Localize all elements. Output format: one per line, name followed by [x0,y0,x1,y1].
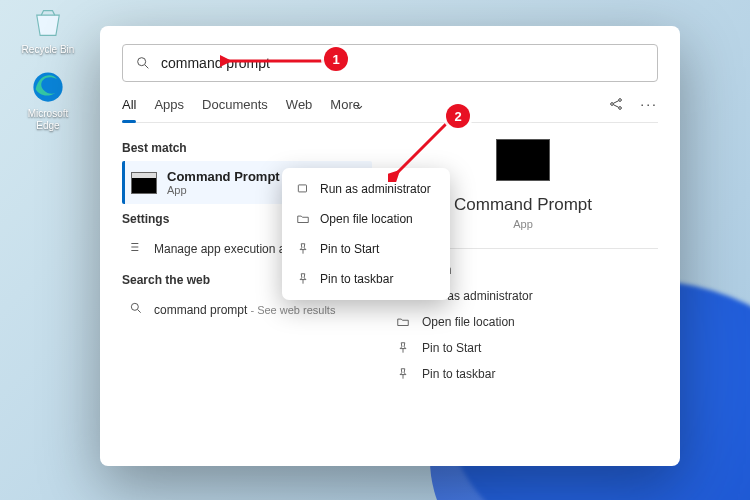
annotation-step-2: 2 [446,104,470,128]
search-bar[interactable] [122,44,658,82]
preview-subtitle: App [513,218,533,230]
settings-list-icon [128,240,144,257]
web-result-title: command prompt [154,303,247,317]
pin-icon [296,242,310,256]
svg-rect-8 [298,185,306,192]
folder-icon [396,315,410,329]
action-open-location[interactable]: Open file location [388,309,658,335]
desktop-icon-label: Recycle Bin [18,44,78,56]
preview-app-icon [496,139,550,181]
pin-icon [396,341,410,355]
search-icon [128,301,144,318]
desktop-icon-label: Microsoft Edge [18,108,78,132]
result-subtitle: App [167,184,280,196]
search-icon [135,55,151,71]
command-prompt-icon [131,172,157,194]
svg-point-1 [138,58,146,66]
share-icon[interactable] [608,96,624,112]
context-run-admin[interactable]: Run as administrator [288,174,444,204]
context-pin-taskbar[interactable]: Pin to taskbar [288,264,444,294]
desktop-icon-recycle-bin[interactable]: Recycle Bin [18,4,78,56]
pin-icon [296,272,310,286]
result-title: Command Prompt [167,169,280,184]
folder-icon [296,212,310,226]
edge-icon [29,68,67,106]
admin-shield-icon [296,182,310,196]
more-options-icon[interactable]: ··· [640,96,658,112]
section-best-match: Best match [122,141,372,155]
context-menu: Run as administrator Open file location … [282,168,450,300]
tab-web[interactable]: Web [286,97,313,122]
annotation-step-1: 1 [324,47,348,71]
web-result-subtitle: - See web results [247,304,335,316]
filter-tabs: All Apps Documents Web More ⌄ ··· [122,96,658,123]
context-open-location[interactable]: Open file location [288,204,444,234]
context-pin-start[interactable]: Pin to Start [288,234,444,264]
svg-point-2 [611,103,614,106]
tab-documents[interactable]: Documents [202,97,268,122]
pin-icon [396,367,410,381]
recycle-bin-icon [29,4,67,42]
desktop-icon-edge[interactable]: Microsoft Edge [18,68,78,132]
preview-title: Command Prompt [454,195,592,215]
search-input[interactable] [161,55,645,71]
tab-all[interactable]: All [122,97,136,122]
tab-apps[interactable]: Apps [154,97,184,122]
tab-more[interactable]: More ⌄ [330,97,364,122]
action-pin-start[interactable]: Pin to Start [388,335,658,361]
svg-point-3 [619,99,622,102]
action-pin-taskbar[interactable]: Pin to taskbar [388,361,658,387]
chevron-down-icon: ⌄ [354,97,365,112]
svg-point-5 [131,303,138,310]
svg-point-4 [619,107,622,110]
